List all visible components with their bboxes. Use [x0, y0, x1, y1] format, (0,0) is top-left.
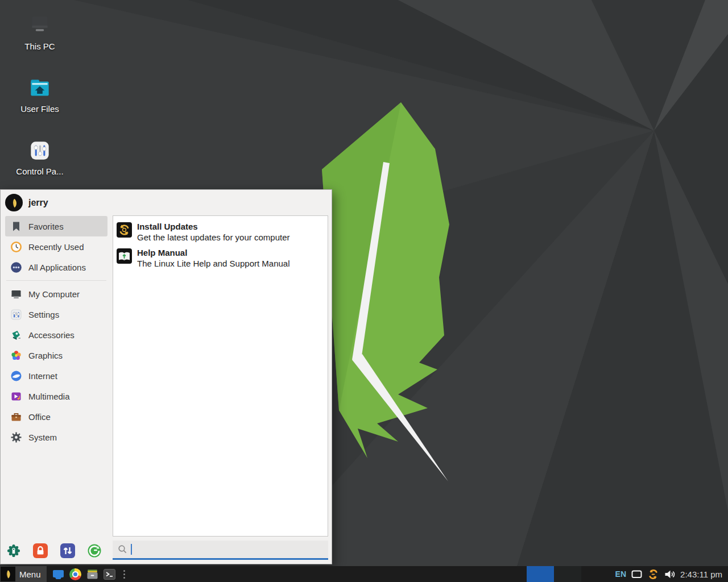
archive-manager-icon[interactable] [86, 568, 99, 581]
volume-icon[interactable] [664, 569, 675, 579]
app-title: Help Manual [137, 247, 290, 258]
settings-manager-icon[interactable] [6, 543, 21, 558]
app-description: Get the latest updates for your computer [137, 232, 289, 243]
menu-button[interactable]: Menu [0, 566, 47, 582]
menu-button-label: Menu [19, 569, 41, 579]
linux-lite-feather-icon [8, 197, 20, 209]
apps-grid-icon [10, 261, 22, 273]
globe-icon [10, 370, 22, 382]
desktop-icon-control-panel[interactable]: Control Pa... [13, 138, 67, 176]
desktop-icon-user-files[interactable]: User Files [13, 75, 67, 114]
switch-user-icon[interactable] [60, 543, 75, 558]
desktop-icon-this-pc[interactable]: This PC [13, 13, 67, 51]
sidebar-item-label: Settings [28, 310, 59, 319]
file-manager-icon[interactable] [52, 568, 65, 581]
sidebar-item-label: My Computer [28, 289, 80, 299]
panel-handle[interactable] [122, 570, 127, 579]
briefcase-icon [10, 411, 22, 423]
workspace-switcher[interactable] [527, 566, 581, 582]
desktop-icon-label: User Files [13, 104, 67, 114]
workspace-1-active[interactable] [527, 566, 554, 582]
user-files-folder-icon [27, 75, 53, 101]
sidebar-item-label: Multimedia [28, 392, 70, 401]
keyboard-layout-indicator[interactable]: EN [615, 569, 626, 579]
clock[interactable]: 2:43:11 pm [680, 569, 722, 579]
workspace-2[interactable] [554, 566, 581, 582]
username: jerry [28, 198, 48, 208]
menu-search[interactable] [113, 541, 328, 560]
sidebar-separator [6, 280, 106, 281]
menu-footer [6, 543, 102, 558]
sidebar-item-label: All Applications [28, 263, 86, 272]
bookmark-icon [10, 221, 22, 232]
sidebar-item-label: Recently Used [28, 242, 84, 252]
app-item-install-updates[interactable]: Install Updates Get the latest updates f… [113, 220, 328, 246]
taskbar: Menu [0, 566, 728, 582]
lock-screen-icon[interactable] [33, 543, 48, 558]
chrome-icon[interactable] [69, 568, 81, 580]
help-manual-icon [117, 248, 132, 264]
search-input[interactable] [135, 544, 324, 554]
whisker-menu: jerry Favorites Recently Used [0, 189, 332, 564]
sidebar-item-label: Favorites [28, 222, 64, 231]
menu-sidebar: Favorites Recently Used All Applications [5, 216, 107, 447]
desktop-root: This PC User Files Control Pa... [0, 0, 728, 582]
quit-icon[interactable] [87, 543, 102, 558]
app-title: Install Updates [137, 221, 289, 232]
sidebar-item-internet[interactable]: Internet [5, 365, 107, 386]
update-notifier-icon[interactable] [647, 568, 659, 580]
multimedia-icon [10, 390, 22, 402]
sidebar-item-graphics[interactable]: Graphics [5, 345, 107, 365]
sidebar-item-label: Internet [28, 371, 57, 381]
install-updates-icon [117, 222, 132, 238]
sidebar-item-system[interactable]: System [5, 427, 107, 447]
sidebar-item-label: Graphics [28, 351, 63, 360]
sidebar-item-label: Office [28, 412, 51, 422]
app-description: The Linux Lite Help and Support Manual [137, 258, 290, 269]
sidebar-item-all-applications[interactable]: All Applications [5, 257, 107, 277]
sidebar-item-accessories[interactable]: Accessories [5, 325, 107, 345]
linux-lite-feather-icon [2, 568, 14, 580]
clock-icon [10, 241, 22, 253]
quick-launchers [52, 568, 116, 581]
sidebar-item-office[interactable]: Office [5, 406, 107, 427]
sidebar-item-recently-used[interactable]: Recently Used [5, 236, 107, 257]
sidebar-item-label: Accessories [28, 330, 75, 340]
this-pc-icon [27, 13, 53, 39]
accessories-icon [10, 329, 22, 341]
user-avatar[interactable] [5, 194, 23, 211]
menu-apps-list: Install Updates Get the latest updates f… [113, 215, 328, 537]
sidebar-item-multimedia[interactable]: Multimedia [5, 386, 107, 406]
desktop-icon-label: This PC [13, 41, 67, 51]
sidebar-item-favorites[interactable]: Favorites [5, 216, 107, 236]
sidebar-item-my-computer[interactable]: My Computer [5, 284, 107, 304]
computer-icon [10, 288, 22, 300]
control-panel-icon [27, 138, 53, 164]
terminal-icon[interactable] [103, 568, 116, 581]
sidebar-item-settings[interactable]: Settings [5, 304, 107, 325]
menu-header: jerry [1, 190, 332, 215]
system-tray: EN 2:43:11 pm [581, 568, 728, 580]
display-icon[interactable] [631, 570, 642, 579]
app-item-help-manual[interactable]: Help Manual The Linux Lite Help and Supp… [113, 246, 328, 272]
sliders-icon [10, 309, 22, 321]
gear-icon [10, 431, 22, 443]
desktop-icon-label: Control Pa... [13, 167, 67, 176]
sidebar-item-label: System [28, 433, 57, 442]
graphics-flower-icon [10, 350, 22, 361]
search-icon [118, 544, 127, 554]
text-caret [131, 544, 132, 555]
